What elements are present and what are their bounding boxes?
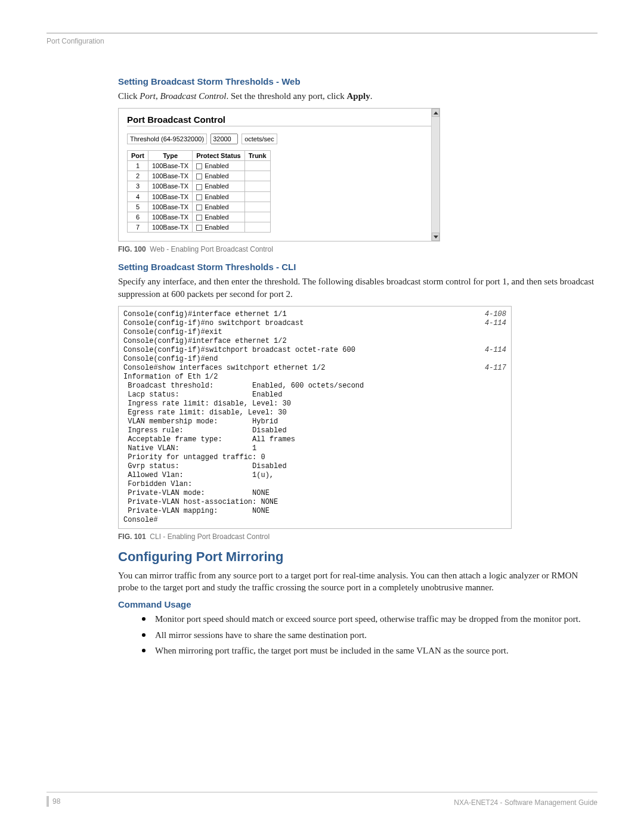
heading-usage: Command Usage — [118, 599, 597, 609]
cli-line: Ingress rate limit: disable, Level: 30 — [123, 400, 291, 408]
cell-protect: Enabled — [193, 161, 245, 171]
chevron-up-icon — [434, 112, 438, 114]
text-emph: Port — [140, 91, 156, 101]
cell-type: 100Base-TX — [148, 202, 193, 212]
cell-port: 7 — [128, 222, 148, 232]
cli-line: Console#show interfaces switchport ether… — [123, 364, 325, 373]
cli-line: Gvrp status: Disabled — [123, 462, 287, 470]
cell-status: Enabled — [205, 182, 228, 190]
threshold-row: Threshold (64-95232000) octets/sec — [127, 134, 431, 144]
cli-output: Console(config)#interface ethernet 1/14-… — [118, 306, 512, 529]
figure-caption-1: FIG. 100 Web - Enabling Port Broadcast C… — [118, 245, 597, 253]
cell-status: Enabled — [205, 162, 228, 169]
cell-port: 5 — [128, 202, 148, 212]
col-trunk: Trunk — [244, 151, 270, 161]
cli-line: Console(config-if)#switchport broadcast … — [123, 346, 355, 355]
cli-line: Acceptable frame type: All frames — [123, 435, 295, 444]
cell-type: 100Base-TX — [148, 181, 193, 191]
col-type: Type — [148, 151, 193, 161]
cell-port: 6 — [128, 212, 148, 222]
checkbox[interactable] — [196, 215, 202, 221]
cell-type: 100Base-TX — [148, 222, 193, 232]
cell-status: Enabled — [205, 224, 228, 231]
web-intro: Click Port, Broadcast Control. Set the t… — [118, 90, 597, 102]
scroll-up-button[interactable] — [432, 109, 439, 117]
checkbox[interactable] — [196, 174, 202, 179]
scrollbar[interactable] — [431, 109, 439, 241]
list-item: All mirror sessions have to share the sa… — [142, 629, 597, 641]
webui-title: Port Broadcast Control — [127, 114, 431, 125]
cli-line: Egress rate limit: disable, Level: 30 — [123, 408, 287, 417]
cell-status: Enabled — [205, 172, 228, 179]
cli-line: Native VLAN: 1 — [123, 444, 256, 453]
cell-status: Enabled — [205, 213, 228, 221]
cli-line: Private-VLAN host-association: NONE — [123, 498, 278, 506]
cli-ref: 4-117 — [478, 364, 506, 373]
cell-protect: Enabled — [193, 202, 245, 212]
figure-label: FIG. 101 — [118, 532, 146, 541]
table-header-row: Port Type Protect Status Trunk — [128, 151, 271, 161]
text: . Set the threshold any port, click — [226, 91, 346, 101]
cli-line: Private-VLAN mode: NONE — [123, 489, 270, 497]
checkbox[interactable] — [196, 163, 202, 169]
table-row: 6100Base-TXEnabled — [128, 212, 271, 222]
cell-status: Enabled — [205, 193, 228, 200]
table-row: 7100Base-TXEnabled — [128, 222, 271, 232]
ports-table: Port Type Protect Status Trunk 1100Base-… — [127, 150, 271, 233]
cell-trunk — [244, 202, 270, 212]
threshold-unit: octets/sec — [242, 134, 277, 144]
text-emph: Broadcast Control — [160, 91, 226, 101]
col-port: Port — [128, 151, 148, 161]
figure-caption-2: FIG. 101 CLI - Enabling Port Broadcast C… — [118, 532, 597, 541]
cli-line: Allowed Vlan: 1(u), — [123, 471, 274, 479]
cell-type: 100Base-TX — [148, 171, 193, 181]
checkbox[interactable] — [196, 194, 202, 200]
col-protect: Protect Status — [193, 151, 245, 161]
text: Click — [118, 91, 140, 101]
cell-status: Enabled — [205, 203, 228, 210]
checkbox[interactable] — [196, 205, 202, 210]
text-bold: Apply — [346, 91, 370, 101]
footer-doc-title: NXA-ENET24 - Software Management Guide — [454, 798, 597, 807]
heading-web: Setting Broadcast Storm Thresholds - Web — [118, 76, 597, 86]
mirroring-intro: You can mirror traffic from any source p… — [118, 569, 597, 594]
cell-trunk — [244, 181, 270, 191]
cell-trunk — [244, 171, 270, 181]
cli-line: Ingress rule: Disabled — [123, 426, 287, 435]
cell-protect: Enabled — [193, 181, 245, 191]
checkbox[interactable] — [196, 184, 202, 190]
threshold-input[interactable] — [210, 134, 238, 144]
scroll-down-button[interactable] — [432, 233, 439, 241]
list-item: When mirroring port traffic, the target … — [142, 645, 597, 657]
cli-line: VLAN membership mode: Hybrid — [123, 417, 278, 426]
cli-line: Console(config)#interface ethernet 1/1 — [123, 310, 287, 319]
table-row: 2100Base-TXEnabled — [128, 171, 271, 181]
cell-port: 4 — [128, 191, 148, 202]
cell-type: 100Base-TX — [148, 191, 193, 202]
usage-list: Monitor port speed should match or excee… — [142, 613, 597, 657]
cell-protect: Enabled — [193, 171, 245, 181]
content-column: Setting Broadcast Storm Thresholds - Web… — [118, 76, 597, 657]
checkbox[interactable] — [196, 225, 202, 231]
cli-line: Console(config-if)#exit — [123, 328, 222, 336]
webui-body: Port Broadcast Control Threshold (64-952… — [119, 109, 439, 233]
figure-caption-text: Web - Enabling Port Broadcast Control — [150, 245, 273, 253]
page-number-text: 98 — [52, 797, 60, 806]
list-item: Monitor port speed should match or excee… — [142, 613, 597, 625]
cell-type: 100Base-TX — [148, 212, 193, 222]
footer-bar-icon — [47, 796, 49, 807]
table-row: 4100Base-TXEnabled — [128, 191, 271, 202]
cli-line: Lacp status: Enabled — [123, 391, 282, 399]
cli-line: Information of Eth 1/2 — [123, 373, 218, 381]
cell-trunk — [244, 191, 270, 202]
cell-trunk — [244, 161, 270, 171]
running-head: Port Configuration — [47, 37, 597, 45]
cli-line: Console(config-if)#end — [123, 355, 218, 363]
figure-label: FIG. 100 — [118, 245, 146, 253]
page: Port Configuration Setting Broadcast Sto… — [0, 0, 644, 833]
cell-port: 3 — [128, 181, 148, 191]
webui-screenshot: Port Broadcast Control Threshold (64-952… — [118, 108, 440, 241]
threshold-label: Threshold (64-95232000) — [127, 134, 207, 144]
cli-line: Priority for untagged traffic: 0 — [123, 453, 265, 462]
divider — [127, 126, 431, 126]
